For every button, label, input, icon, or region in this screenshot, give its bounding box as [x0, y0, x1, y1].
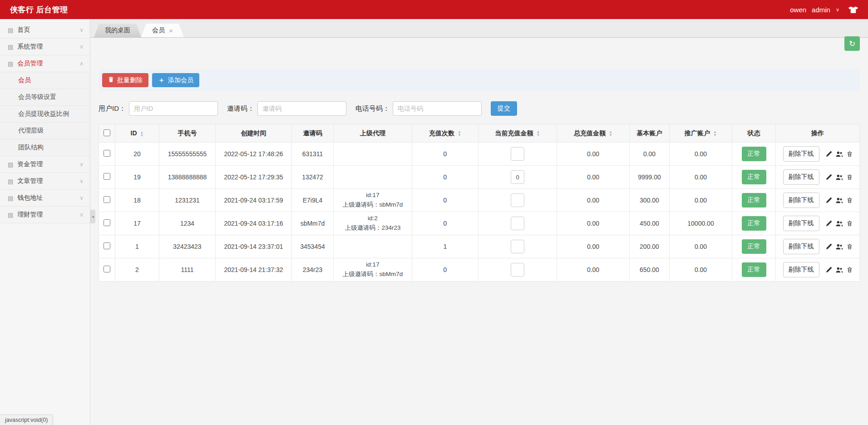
sidebar-item-finance-management[interactable]: ▤理财管理∨ — [0, 207, 90, 223]
column-header-current_recharge[interactable]: 当前充值金额▲▼ — [478, 124, 557, 143]
sort-icon[interactable]: ▲▼ — [713, 130, 717, 137]
cell-actions: 剔除下线 — [776, 258, 860, 282]
row-checkbox[interactable] — [104, 196, 110, 203]
current-recharge-input[interactable] — [511, 217, 524, 230]
status-badge[interactable]: 正常 — [742, 239, 766, 254]
column-header-recharge_count[interactable]: 充值次数▲▼ — [412, 124, 478, 143]
remove-downline-button[interactable]: 剔除下线 — [783, 239, 819, 254]
subordinates-icon[interactable] — [836, 221, 843, 227]
sidebar-subitem-member-withdraw-ratio[interactable]: 会员提现收益比例 — [0, 106, 90, 123]
status-badge[interactable]: 正常 — [742, 147, 766, 161]
edit-icon[interactable] — [826, 243, 832, 250]
cell-total-recharge: 0.00 — [557, 212, 630, 235]
status-badge[interactable]: 正常 — [742, 262, 766, 277]
submit-button[interactable]: 提交 — [491, 101, 517, 116]
remove-downline-button[interactable]: 剔除下线 — [783, 216, 819, 231]
edit-icon[interactable] — [826, 151, 832, 157]
status-badge[interactable]: 正常 — [742, 216, 766, 231]
invite-code-label: 邀请码： — [227, 104, 254, 113]
tab-members[interactable]: 会员× — [141, 24, 184, 37]
cell-id: 19 — [115, 166, 159, 189]
column-header-total_recharge[interactable]: 总充值金额▲▼ — [557, 124, 630, 143]
column-header-basic_account: 基本账户 — [630, 124, 670, 143]
invite-code-input[interactable] — [257, 101, 346, 116]
user-menu[interactable]: owen admin ∨ — [790, 6, 839, 14]
current-recharge-input[interactable] — [511, 170, 524, 184]
cell-recharge-count: 0 — [412, 189, 478, 212]
theme-skin-icon[interactable] — [848, 6, 858, 13]
row-checkbox[interactable] — [104, 173, 110, 180]
remove-downline-button[interactable]: 剔除下线 — [783, 262, 819, 277]
current-recharge-input[interactable] — [511, 193, 524, 207]
edit-icon[interactable] — [826, 174, 832, 180]
sort-icon[interactable]: ▲▼ — [609, 130, 612, 137]
edit-icon[interactable] — [826, 197, 832, 203]
phone-input[interactable] — [393, 101, 482, 116]
delete-icon[interactable] — [847, 267, 853, 273]
cell-recharge-count: 0 — [412, 212, 478, 235]
status-badge[interactable]: 正常 — [742, 193, 766, 208]
edit-icon[interactable] — [826, 220, 832, 227]
sidebar-subitem-member[interactable]: 会员 — [0, 72, 90, 89]
close-icon[interactable]: × — [169, 27, 173, 34]
batch-delete-button[interactable]: 批量删除 — [102, 73, 148, 87]
cell-status: 正常 — [732, 143, 776, 166]
subordinates-icon[interactable] — [836, 244, 843, 250]
delete-icon[interactable] — [847, 174, 853, 180]
row-checkbox[interactable] — [104, 266, 110, 272]
sidebar-item-fund-management[interactable]: ▤资金管理∨ — [0, 156, 90, 173]
select-all-checkbox[interactable] — [104, 129, 110, 136]
cell-parent-agent — [334, 166, 412, 189]
sidebar-subitem-team-structure[interactable]: 团队结构 — [0, 139, 90, 156]
sidebar-item-article-management[interactable]: ▤文章管理∨ — [0, 173, 90, 190]
subordinates-icon[interactable] — [836, 198, 843, 203]
current-recharge-input[interactable] — [511, 147, 524, 161]
sort-icon[interactable]: ▲▼ — [140, 131, 144, 137]
sidebar-item-system-management[interactable]: ▤系统管理∨ — [0, 39, 90, 55]
main-area: ▤首页∨▤系统管理∨▤会员管理∧会员会员等级设置会员提现收益比例代理层级团队结构… — [0, 19, 868, 425]
table-row: 211112021-09-14 21:37:32234r23id:17上级邀请码… — [99, 258, 860, 282]
delete-icon[interactable] — [847, 197, 853, 203]
cell-promo-account: 0.00 — [670, 189, 732, 212]
sidebar-collapse-handle[interactable]: ◂ — [90, 210, 95, 223]
sidebar-subitem-agent-levels[interactable]: 代理层级 — [0, 123, 90, 139]
cell-basic-account: 650.00 — [630, 258, 670, 282]
sidebar-subitem-member-level-settings[interactable]: 会员等级设置 — [0, 89, 90, 106]
cell-checkbox — [99, 212, 115, 235]
delete-icon[interactable] — [847, 243, 853, 250]
subordinates-icon[interactable] — [836, 174, 843, 180]
status-badge[interactable]: 正常 — [742, 170, 766, 184]
cell-invite-code: 234r23 — [292, 258, 334, 282]
table-row: 1812312312021-09-24 03:17:59E7i9L4id:17上… — [99, 189, 860, 212]
cell-created: 2021-09-24 03:17:16 — [216, 212, 292, 235]
refresh-button[interactable]: ↻ — [844, 36, 860, 51]
column-header-id[interactable]: ID▲▼ — [115, 124, 159, 143]
cell-promo-account: 0.00 — [670, 258, 732, 282]
sort-icon[interactable]: ▲▼ — [537, 130, 540, 137]
subordinates-icon[interactable] — [836, 267, 843, 273]
remove-downline-button[interactable]: 剔除下线 — [783, 193, 819, 208]
edit-icon[interactable] — [826, 267, 832, 273]
delete-icon[interactable] — [847, 151, 853, 157]
cell-promo-account: 0.00 — [670, 143, 732, 166]
column-header-promo_account[interactable]: 推广账户▲▼ — [670, 124, 732, 143]
sidebar-item-home[interactable]: ▤首页∨ — [0, 22, 90, 39]
remove-downline-button[interactable]: 剔除下线 — [783, 169, 819, 185]
cell-id: 20 — [115, 143, 159, 166]
tab-my-desktop[interactable]: 我的桌面 — [94, 24, 141, 37]
add-member-button[interactable]: ＋ 添加会员 — [152, 73, 199, 87]
row-checkbox[interactable] — [104, 219, 110, 226]
current-recharge-input[interactable] — [511, 240, 524, 253]
sidebar-item-wallet-address[interactable]: ▤钱包地址∨ — [0, 190, 90, 207]
subordinates-icon[interactable] — [836, 151, 843, 157]
sidebar-item-label: 文章管理 — [17, 177, 79, 185]
row-checkbox[interactable] — [104, 150, 110, 157]
sidebar-item-member-management[interactable]: ▤会员管理∧ — [0, 55, 90, 72]
cell-status: 正常 — [732, 166, 776, 189]
sort-icon[interactable]: ▲▼ — [458, 130, 461, 137]
remove-downline-button[interactable]: 剔除下线 — [783, 146, 819, 162]
current-recharge-input[interactable] — [511, 263, 524, 277]
delete-icon[interactable] — [847, 220, 853, 227]
row-checkbox[interactable] — [104, 242, 110, 249]
user-id-input[interactable] — [129, 101, 218, 116]
